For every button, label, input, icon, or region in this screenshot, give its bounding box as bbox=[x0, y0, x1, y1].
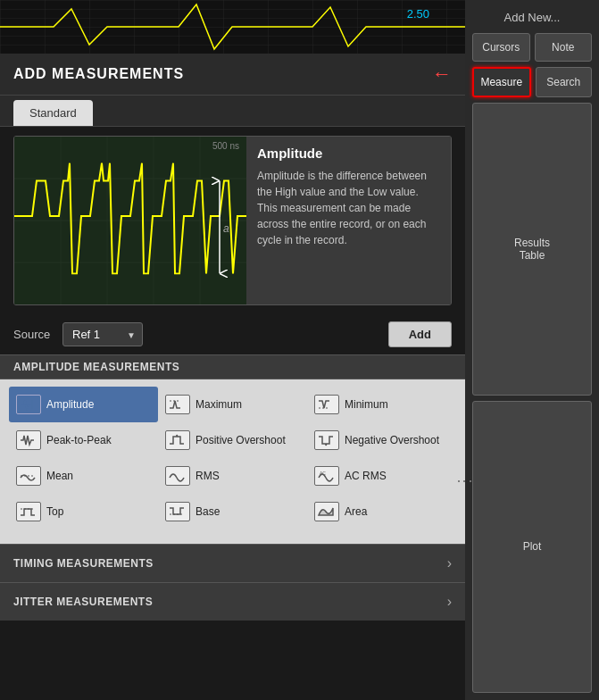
preview-title: Amplitude bbox=[257, 146, 440, 161]
tab-bar: Standard bbox=[0, 96, 465, 127]
base-label: Base bbox=[196, 505, 220, 518]
mean-label: Mean bbox=[46, 470, 73, 482]
maximum-label: Maximum bbox=[196, 398, 242, 411]
preview-description: Amplitude is the difference between the … bbox=[257, 168, 440, 248]
search-button[interactable]: Search bbox=[536, 67, 593, 97]
add-new-title: Add New... bbox=[472, 7, 592, 28]
measure-item-top[interactable]: Top bbox=[9, 494, 158, 529]
add-button[interactable]: Add bbox=[388, 321, 452, 347]
negative-overshoot-icon bbox=[314, 430, 339, 450]
peak-to-peak-icon bbox=[16, 430, 41, 450]
negative-overshoot-label: Negative Overshoot bbox=[345, 434, 439, 446]
preview-waveform: a 500 ns bbox=[14, 137, 246, 304]
measure-item-ac-rms[interactable]: AC AC RMS bbox=[307, 458, 456, 494]
area-icon bbox=[314, 502, 339, 521]
svg-text:a: a bbox=[223, 222, 229, 235]
measure-item-base[interactable]: Base bbox=[158, 494, 307, 529]
measurement-grid: Amplitude Maximum Minimum Peak-to-Peak bbox=[0, 379, 465, 537]
jitter-expand-icon: › bbox=[447, 594, 452, 610]
minimum-label: Minimum bbox=[345, 398, 388, 411]
results-table-button[interactable]: ResultsTable bbox=[472, 103, 592, 396]
main-panel: 2.50 ADD MEASUREMENTS ← Standard bbox=[0, 0, 465, 700]
measure-item-rms[interactable]: RMS bbox=[158, 458, 307, 494]
measure-item-area[interactable]: Area bbox=[307, 494, 456, 529]
waveform-value: 2.50 bbox=[407, 7, 429, 21]
source-select-wrapper: Ref 1 Ch 1 Ch 2 Ch 3 Ch 4 ▼ bbox=[62, 322, 143, 346]
measure-item-negative-overshoot[interactable]: Negative Overshoot bbox=[307, 422, 456, 458]
base-icon bbox=[165, 502, 190, 521]
top-label: Top bbox=[46, 505, 63, 518]
measure-search-row: Measure Search bbox=[472, 67, 592, 97]
measure-button[interactable]: Measure bbox=[472, 67, 531, 97]
mean-icon bbox=[16, 466, 41, 486]
plot-button[interactable]: Plot bbox=[472, 401, 592, 694]
standard-tab[interactable]: Standard bbox=[13, 100, 93, 126]
waveform-strip: 2.50 bbox=[0, 0, 465, 54]
svg-text:AC: AC bbox=[320, 471, 326, 476]
ac-rms-label: AC RMS bbox=[345, 470, 387, 482]
source-row: Source Ref 1 Ch 1 Ch 2 Ch 3 Ch 4 ▼ Add bbox=[0, 314, 465, 354]
source-select[interactable]: Ref 1 Ch 1 Ch 2 Ch 3 Ch 4 bbox=[62, 322, 143, 346]
ac-rms-icon: AC bbox=[314, 466, 339, 486]
measure-item-positive-overshoot[interactable]: Positive Overshoot bbox=[158, 422, 307, 458]
measure-item-maximum[interactable]: Maximum bbox=[158, 387, 307, 422]
maximum-icon bbox=[165, 395, 190, 414]
grid-spacer bbox=[0, 537, 465, 544]
rms-icon bbox=[165, 466, 190, 486]
timing-measurements-section[interactable]: TIMING MEASUREMENTS › bbox=[0, 544, 465, 582]
measure-item-peak-to-peak[interactable]: Peak-to-Peak bbox=[9, 422, 158, 458]
cursors-button[interactable]: Cursors bbox=[472, 33, 530, 62]
timing-label: TIMING MEASUREMENTS bbox=[13, 557, 154, 570]
source-label: Source bbox=[13, 328, 54, 341]
positive-overshoot-icon bbox=[165, 430, 190, 450]
amplitude-section-header: AMPLITUDE MEASUREMENTS bbox=[0, 354, 465, 379]
minimum-icon bbox=[314, 395, 339, 414]
right-panel: Add New... Cursors Note Measure Search R… bbox=[465, 0, 599, 700]
jitter-label: JITTER MEASUREMENTS bbox=[13, 596, 153, 608]
amplitude-label: Amplitude bbox=[46, 398, 94, 411]
measure-item-mean[interactable]: Mean bbox=[9, 458, 158, 494]
peak-to-peak-label: Peak-to-Peak bbox=[46, 434, 112, 446]
panel-resize-handle[interactable]: ⋮ bbox=[455, 473, 475, 488]
measurements-header: ADD MEASUREMENTS ← bbox=[0, 54, 465, 96]
top-btn-row: Cursors Note bbox=[472, 33, 592, 62]
note-button[interactable]: Note bbox=[535, 33, 593, 62]
measure-item-amplitude[interactable]: Amplitude bbox=[9, 387, 158, 422]
panel-title: ADD MEASUREMENTS bbox=[13, 66, 184, 82]
area-label: Area bbox=[345, 505, 367, 518]
time-label: 500 ns bbox=[212, 141, 239, 151]
measure-item-minimum[interactable]: Minimum bbox=[307, 387, 456, 422]
preview-box: a 500 ns Amplitude Amplitude is the diff… bbox=[13, 136, 452, 305]
top-icon bbox=[16, 502, 41, 521]
amplitude-icon bbox=[16, 395, 41, 414]
preview-text: Amplitude Amplitude is the difference be… bbox=[246, 137, 451, 304]
timing-expand-icon: › bbox=[447, 555, 452, 571]
rms-label: RMS bbox=[196, 470, 220, 482]
positive-overshoot-label: Positive Overshoot bbox=[196, 434, 286, 446]
back-arrow-icon[interactable]: ← bbox=[432, 62, 452, 86]
jitter-measurements-section[interactable]: JITTER MEASUREMENTS › bbox=[0, 582, 465, 621]
